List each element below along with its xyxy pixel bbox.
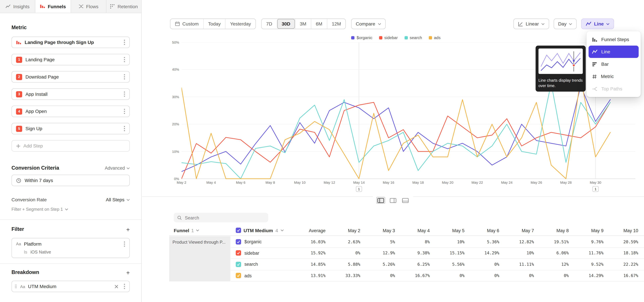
table-search[interactable] [174, 213, 268, 222]
close-icon[interactable] [114, 284, 118, 288]
funnel-step-1[interactable]: 1Landing Page [12, 54, 130, 66]
kebab-menu-icon[interactable] [124, 57, 125, 62]
legend-item-organic[interactable]: $organic [351, 36, 372, 40]
legend-swatch [351, 36, 355, 39]
funnels-app: InsightsFunnelsFlowsRetention Metric Lan… [0, 0, 644, 302]
funnel-column-dropdown[interactable]: Funnel 1 [169, 228, 231, 233]
range-6m-button[interactable]: 6M [311, 19, 327, 29]
funnel-steps-list: 1Landing Page2Download Page3App Install4… [12, 54, 130, 134]
series-checkbox[interactable] [236, 239, 241, 244]
step-label: App Open [26, 109, 124, 114]
x-tick-label: May 10 [294, 180, 306, 184]
line-chart-icon [592, 49, 598, 54]
menu-item-top-paths: Top Paths [588, 82, 639, 95]
kebab-menu-icon[interactable] [124, 108, 125, 114]
tab-insights[interactable]: Insights [0, 0, 36, 13]
search-input[interactable] [185, 215, 265, 220]
filter-segment-dropdown[interactable]: Filter + Segment on Step 1 [12, 206, 130, 212]
filter-heading: Filter + [12, 226, 130, 232]
table-rows: $organic16.03%2.63%5%8%10%5.36%12.82%19.… [231, 236, 644, 281]
line-chart-icon [586, 21, 592, 26]
date-toolbar: Custom Today Yesterday 7D30D3M6M12M Comp… [170, 18, 386, 29]
step-label: Sign Up [26, 126, 124, 131]
legend-item-sidebar[interactable]: sidebar [379, 36, 398, 40]
funnel-step-3[interactable]: 3App Install [12, 88, 130, 100]
conversion-criteria-label: Conversion Criteria [12, 165, 59, 171]
flows-icon [78, 4, 84, 9]
step-number-badge: 1 [16, 56, 22, 63]
kebab-menu-icon[interactable] [124, 40, 125, 45]
layout-split-left-button[interactable] [376, 197, 385, 204]
top-paths-icon [592, 86, 598, 92]
funnel-step-5[interactable]: 5Sign Up [12, 123, 130, 134]
tab-funnels[interactable]: Funnels [36, 0, 71, 13]
chevron-down-icon [280, 229, 284, 231]
conversion-window-card[interactable]: Within 7 days [12, 175, 130, 186]
add-step-button[interactable]: Add Step [12, 140, 130, 152]
platform-filter-condition[interactable]: Is iOS Native [12, 250, 129, 258]
series-checkbox[interactable] [236, 262, 241, 267]
breakdown-property-name: UTM Medium [28, 284, 112, 289]
drag-handle-icon[interactable] [14, 284, 17, 289]
funnel-group-cell[interactable]: Product Viewed through P... [169, 236, 230, 281]
add-filter-button[interactable]: + [126, 227, 130, 232]
breakdown-column-dropdown[interactable]: UTM Medium 4 [231, 228, 291, 233]
menu-item-line[interactable]: Line [588, 46, 639, 58]
range-12m-button[interactable]: 12M [327, 19, 346, 29]
legend-label: sidebar [384, 36, 398, 40]
series-checkbox[interactable] [236, 273, 241, 278]
filter-property-name: Platform [24, 242, 121, 246]
chart-type-button[interactable]: Line [581, 18, 614, 29]
kebab-menu-icon[interactable] [124, 91, 125, 97]
value-cell: 20.59% [604, 240, 638, 244]
kebab-menu-icon[interactable] [124, 126, 125, 131]
range-3m-button[interactable]: 3M [295, 19, 311, 29]
chevron-down-icon [126, 167, 130, 169]
compare-button[interactable]: Compare [351, 18, 386, 29]
tab-retention[interactable]: Retention [106, 0, 142, 13]
interval-day-button[interactable]: Day [554, 18, 577, 29]
all-steps-dropdown[interactable]: All Steps [106, 197, 130, 202]
series-checkbox[interactable] [236, 250, 241, 256]
range-7d-button[interactable]: 7D [262, 19, 277, 29]
layout-split-right-button[interactable] [388, 197, 398, 204]
annotation-badge[interactable]: 1 [592, 186, 599, 192]
platform-filter-card[interactable]: Aa Platform Is iOS Native [12, 238, 130, 258]
menu-item-metric[interactable]: Metric [588, 70, 639, 82]
linear-scale-button[interactable]: Linear [513, 18, 549, 29]
legend-item-ads[interactable]: ads [429, 36, 440, 40]
column-header-may-2: May 2 [326, 228, 360, 233]
conversion-window-label: Within 7 days [25, 178, 125, 183]
sidebar-divider [0, 220, 141, 220]
layout-split-bottom-button[interactable] [401, 197, 410, 204]
annotation-badge[interactable]: 1 [356, 186, 362, 192]
y-axis-labels: 0%10%20%30%40%50% [156, 42, 179, 179]
menu-item-bar[interactable]: Bar [588, 58, 639, 70]
utm-breakdown-card[interactable]: Aa UTM Medium [12, 281, 130, 292]
tab-flows[interactable]: Flows [71, 0, 106, 13]
funnel-title-card[interactable]: Landing Page through Sign Up [12, 36, 130, 48]
funnel-step-4[interactable]: 4App Open [12, 106, 130, 117]
kebab-menu-icon[interactable] [124, 241, 125, 247]
chart-type-tooltip: Line charts display trends over time. [536, 46, 586, 92]
custom-date-button[interactable]: Custom [170, 19, 203, 29]
value-cell: 14.85% [291, 262, 326, 266]
compare-label: Compare [356, 21, 375, 26]
menu-item-funnel-steps[interactable]: Funnel Steps [588, 33, 639, 46]
yesterday-button[interactable]: Yesterday [225, 19, 256, 29]
advanced-dropdown[interactable]: Advanced [105, 165, 130, 171]
insights-icon [6, 4, 11, 9]
kebab-menu-icon[interactable] [124, 284, 125, 289]
today-button[interactable]: Today [203, 19, 225, 29]
funnel-step-2[interactable]: 2Download Page [12, 71, 130, 83]
today-label: Today [208, 21, 221, 26]
range-30d-button[interactable]: 30D [277, 19, 295, 29]
string-type-icon: Aa [20, 284, 25, 288]
select-all-checkbox[interactable] [236, 228, 241, 233]
y-tick-label: 30% [172, 95, 179, 99]
tab-label: Flows [86, 4, 98, 9]
kebab-menu-icon[interactable] [124, 74, 125, 80]
chart-type-label: Line [594, 21, 604, 26]
legend-item-search[interactable]: search [404, 36, 422, 40]
add-breakdown-button[interactable]: + [126, 270, 130, 275]
